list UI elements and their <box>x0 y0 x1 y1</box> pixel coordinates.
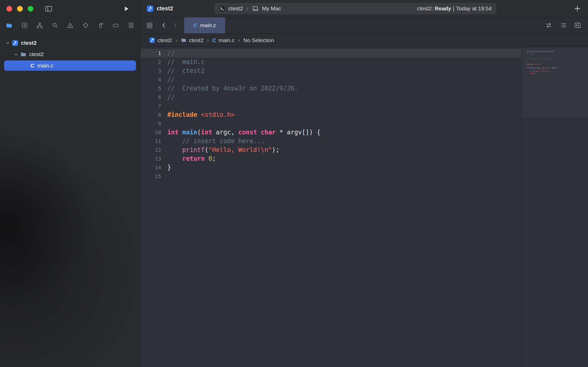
window-project-title: ctest2 <box>157 5 173 12</box>
line-number[interactable]: 8 <box>140 110 167 119</box>
line-number[interactable]: 11 <box>140 137 167 146</box>
minimap-line: return 0; <box>527 72 588 74</box>
c-file-icon: C <box>31 63 34 69</box>
code-review-icon[interactable] <box>545 22 552 29</box>
line-number[interactable]: 1 <box>140 49 167 58</box>
tree-row-group[interactable]: ctest2 <box>0 49 140 60</box>
code-line[interactable]: 10int main(int argc, const char * argv[]… <box>140 128 521 137</box>
line-number[interactable]: 7 <box>140 102 167 110</box>
issue-navigator-icon[interactable] <box>67 22 74 29</box>
source-editor[interactable]: 1//2// main.c3// ctest24//5// Created by… <box>140 47 521 367</box>
code-segment: // <box>167 76 175 83</box>
editor-tab-main-c[interactable]: C main.c <box>184 17 225 33</box>
symbol-navigator-icon[interactable] <box>36 22 43 29</box>
minimap-line <box>527 62 588 63</box>
minimap[interactable]: //// main.c// ctest2//// Created by 4nsw… <box>521 47 588 367</box>
minimap-line: // insert code here... <box>527 69 588 71</box>
code-line[interactable]: 11 // insert code here... <box>140 137 521 146</box>
code-text: // <box>167 93 521 102</box>
jumpbar-crumb-group[interactable]: ctest2 <box>181 37 203 43</box>
activity-status[interactable]: ctest2: Ready | Today at 19:54 <box>417 5 492 12</box>
code-segment: "Hello, World!\n" <box>208 146 272 154</box>
disclosure-chevron-icon[interactable] <box>5 40 10 45</box>
report-navigator-icon[interactable] <box>128 22 134 29</box>
code-line[interactable]: 2// main.c <box>140 58 521 66</box>
debug-navigator-icon[interactable] <box>97 22 104 29</box>
scheme-button[interactable]: ctest2 <box>229 5 243 12</box>
project-navigator-icon[interactable] <box>6 22 13 29</box>
code-segment: // main.c <box>167 58 205 66</box>
editor-area: 1//2// main.c3// ctest24//5// Created by… <box>140 47 588 367</box>
navigator-sidebar: ctest2 ctest2 C main.c <box>0 0 140 367</box>
code-line[interactable]: 7 <box>140 102 521 110</box>
line-number[interactable]: 10 <box>140 128 167 137</box>
code-line[interactable]: 15 <box>140 172 521 181</box>
code-line[interactable]: 13 return 0; <box>140 154 521 163</box>
line-number[interactable]: 9 <box>140 119 167 128</box>
library-plus-button[interactable] <box>574 5 581 12</box>
close-window-button[interactable] <box>6 6 12 12</box>
minimize-window-button[interactable] <box>17 6 23 12</box>
code-text: int main(int argc, const char * argv[]) … <box>167 128 521 137</box>
code-text: // insert code here... <box>167 137 521 146</box>
add-editor-icon[interactable] <box>574 22 581 29</box>
code-line[interactable]: 1// <box>140 49 521 58</box>
minimap-line: #include <stdio.h> <box>527 63 588 65</box>
chevron-separator: › <box>238 37 240 44</box>
code-segment: // <box>167 94 175 101</box>
go-forward-button[interactable] <box>171 22 178 29</box>
line-number[interactable]: 4 <box>140 75 167 84</box>
code-text: // ctest2 <box>167 66 521 75</box>
code-line[interactable]: 9 <box>140 119 521 128</box>
jumpbar-crumb-file[interactable]: C main.c <box>212 37 235 43</box>
code-line[interactable]: 4// <box>140 75 521 84</box>
line-number[interactable]: 2 <box>140 58 167 66</box>
zoom-window-button[interactable] <box>28 6 33 12</box>
jumpbar-crumb-selection[interactable]: No Selection <box>243 37 274 43</box>
xcode-project-icon <box>149 37 155 43</box>
code-line[interactable]: 12 printf("Hello, World!\n"); <box>140 146 521 154</box>
crumb-label: main.c <box>218 37 235 43</box>
code-line[interactable]: 8#include <stdio.h> <box>140 110 521 119</box>
line-number[interactable]: 6 <box>140 93 167 102</box>
status-separator: | <box>453 5 454 12</box>
find-navigator-icon[interactable] <box>52 22 58 29</box>
tab-overview-icon[interactable] <box>146 22 153 29</box>
code-text: return 0; <box>167 154 521 163</box>
breakpoint-navigator-icon[interactable] <box>112 22 119 29</box>
code-segment: 0 <box>208 155 212 162</box>
code-line[interactable]: 14} <box>140 163 521 172</box>
minimap-line: // Created by 4nsw3r on 2022/9/26. <box>527 58 588 60</box>
line-number[interactable]: 3 <box>140 66 167 75</box>
status-project: ctest2: <box>417 5 433 12</box>
code-segment: main <box>182 129 197 136</box>
tree-row-project[interactable]: ctest2 <box>0 37 140 49</box>
line-number[interactable]: 5 <box>140 84 167 93</box>
line-number[interactable]: 14 <box>140 163 167 172</box>
code-segment <box>205 155 208 162</box>
code-line[interactable]: 5// Created by 4nsw3r on 2022/9/26. <box>140 84 521 93</box>
jumpbar-crumb-project[interactable]: ctest2 <box>149 37 172 43</box>
main-area: ctest2 ctest2 › My Mac <box>140 0 588 367</box>
line-number[interactable]: 12 <box>140 146 167 154</box>
test-navigator-icon[interactable] <box>82 22 89 29</box>
code-line[interactable]: 6// <box>140 93 521 102</box>
code-line[interactable]: 3// ctest2 <box>140 66 521 75</box>
destination-button[interactable]: My Mac <box>262 5 281 12</box>
go-back-button[interactable] <box>161 22 167 29</box>
code-segment <box>167 146 182 154</box>
disclosure-chevron-icon[interactable] <box>13 52 19 57</box>
line-number[interactable]: 13 <box>140 154 167 163</box>
run-button[interactable] <box>123 5 130 12</box>
tree-row-file-selected[interactable]: C main.c <box>4 60 136 71</box>
editor-options-icon[interactable] <box>560 22 567 29</box>
code-segment: const <box>238 129 257 136</box>
minimap-line <box>527 76 588 78</box>
sidebar-toggle-icon[interactable] <box>44 5 53 13</box>
code-segment: argc, <box>212 129 238 136</box>
code-segment: return <box>182 155 205 162</box>
xcode-window: ctest2 ctest2 C main.c <box>0 0 588 367</box>
xcode-project-icon <box>12 40 18 46</box>
source-control-navigator-icon[interactable] <box>21 22 28 29</box>
line-number[interactable]: 15 <box>140 172 167 181</box>
